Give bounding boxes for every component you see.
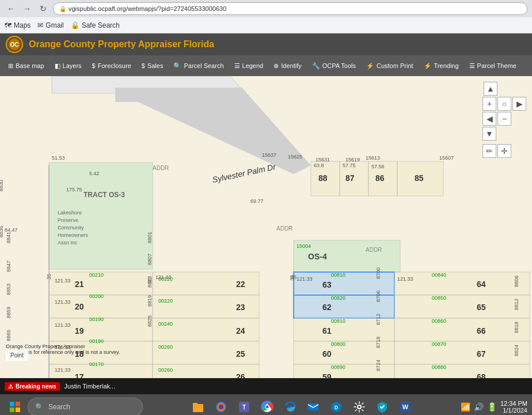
svg-text:62: 62 bbox=[322, 303, 332, 312]
trending-button[interactable]: ⚡ Trending bbox=[419, 58, 463, 74]
svg-text:85: 85 bbox=[415, 173, 424, 183]
svg-text:19: 19 bbox=[75, 326, 84, 335]
taskbar-security[interactable] bbox=[372, 397, 393, 415]
parcel-search-button[interactable]: 🔍 Parcel Search bbox=[169, 58, 228, 74]
svg-text:W: W bbox=[402, 403, 409, 410]
taskbar-search-icon: 🔍 bbox=[35, 403, 44, 411]
taskbar-search[interactable]: 🔍 Search bbox=[28, 398, 143, 415]
network-icon[interactable]: 📶 bbox=[461, 402, 470, 412]
svg-text:TRACT OS-3: TRACT OS-3 bbox=[83, 191, 125, 199]
svg-text:Homeowners: Homeowners bbox=[58, 232, 89, 238]
identify-icon: ⊕ bbox=[273, 62, 279, 70]
foreclosure-icon: $ bbox=[92, 62, 96, 69]
basemap-button[interactable]: ⊞ Base map bbox=[3, 58, 49, 74]
taskbar-firefox[interactable] bbox=[211, 397, 231, 415]
back-button[interactable]: ← bbox=[5, 2, 17, 15]
map-svg: Sylvester Palm Dr 21 121.33 00210 35 20 … bbox=[0, 76, 532, 378]
svg-text:OS-4: OS-4 bbox=[308, 252, 327, 261]
svg-text:60: 60 bbox=[322, 349, 332, 359]
bookmark-gmail[interactable]: ✉ Gmail bbox=[37, 21, 63, 29]
zoom-out-button[interactable]: − bbox=[497, 112, 511, 126]
svg-text:121.33: 121.33 bbox=[55, 299, 71, 305]
taskbar-word[interactable]: W bbox=[395, 397, 416, 415]
foreclosure-button[interactable]: $ Foreclosure bbox=[88, 58, 136, 74]
svg-text:26: 26 bbox=[236, 372, 245, 378]
zoom-in-button[interactable]: + bbox=[482, 97, 496, 111]
parcel-theme-button[interactable]: ☰ Parcel Theme bbox=[465, 58, 521, 74]
svg-text:8706: 8706 bbox=[375, 290, 381, 302]
taskbar-chrome[interactable] bbox=[257, 397, 278, 415]
svg-text:87: 87 bbox=[345, 173, 355, 183]
pan-up-button[interactable]: ▲ bbox=[484, 82, 497, 96]
svg-text:21: 21 bbox=[75, 280, 84, 289]
taskbar-clock[interactable]: 12:34 PM 1/1/2024 bbox=[500, 400, 527, 414]
svg-text:8806: 8806 bbox=[514, 276, 519, 287]
copyright-line1: Orange County Property Appraiser bbox=[6, 344, 120, 349]
browser-nav-bar: ← → ↻ 🔒 vgispublic.ocpafl.org/webmapjs/?… bbox=[0, 0, 532, 17]
svg-text:64: 64 bbox=[477, 280, 486, 289]
identify-button[interactable]: ⊕ Identify bbox=[269, 58, 306, 74]
svg-point-191 bbox=[265, 406, 268, 409]
bookmark-safesearch[interactable]: 🔒 Safe Search bbox=[71, 21, 120, 29]
volume-icon[interactable]: 🔊 bbox=[474, 402, 484, 412]
legend-icon: ☰ bbox=[234, 62, 240, 70]
svg-text:00200: 00200 bbox=[89, 293, 104, 299]
svg-text:T: T bbox=[242, 404, 246, 410]
svg-text:51.53: 51.53 bbox=[52, 155, 65, 161]
map-container[interactable]: Sylvester Palm Dr 21 121.33 00210 35 20 … bbox=[0, 76, 532, 378]
forward-button[interactable]: → bbox=[21, 2, 33, 15]
svg-text:00890: 00890 bbox=[331, 364, 345, 370]
svg-text:86: 86 bbox=[375, 173, 385, 183]
app-header: OC Orange County Property Appraiser Flor… bbox=[0, 33, 532, 55]
bookmark-maps[interactable]: 🗺 Maps bbox=[5, 21, 31, 29]
ocpa-tools-button[interactable]: 🔧 OCPA Tools bbox=[307, 58, 360, 74]
svg-text:8825: 8825 bbox=[147, 315, 153, 327]
svg-rect-183 bbox=[193, 403, 197, 405]
crosshair-button[interactable]: ✛ bbox=[497, 144, 511, 158]
address-bar[interactable]: 🔒 vgispublic.ocpafl.org/webmapjs/?pid=27… bbox=[53, 2, 527, 15]
svg-text:00870: 00870 bbox=[432, 341, 446, 347]
taskbar-file-explorer[interactable] bbox=[188, 397, 208, 415]
svg-rect-182 bbox=[193, 404, 203, 412]
svg-text:59: 59 bbox=[322, 372, 332, 378]
layers-button[interactable]: ◧ Layers bbox=[50, 58, 86, 74]
taskbar-settings[interactable] bbox=[349, 397, 370, 415]
pan-center-button[interactable]: ○ bbox=[497, 97, 511, 111]
pan-down-button[interactable]: ▼ bbox=[482, 127, 496, 141]
custom-print-button[interactable]: ⚡ Custom Print bbox=[362, 58, 418, 74]
svg-text:8813: 8813 bbox=[147, 276, 153, 288]
battery-icon[interactable]: 🔋 bbox=[487, 402, 497, 412]
windows-start-button[interactable] bbox=[5, 397, 25, 415]
taskbar-outlook[interactable] bbox=[303, 397, 324, 415]
svg-text:67: 67 bbox=[477, 349, 486, 359]
refresh-button[interactable]: ↻ bbox=[37, 2, 50, 15]
taskbar-dell[interactable]: D bbox=[326, 397, 347, 415]
svg-text:63: 63 bbox=[322, 280, 332, 289]
svg-text:8812: 8812 bbox=[514, 299, 519, 310]
toolbar: ⊞ Base map ◧ Layers $ Foreclosure $ Sale… bbox=[0, 55, 532, 76]
svg-text:8847: 8847 bbox=[6, 261, 12, 272]
safesearch-icon: 🔒 bbox=[71, 21, 79, 29]
svg-text:84.47: 84.47 bbox=[5, 227, 18, 233]
svg-text:25: 25 bbox=[236, 349, 245, 359]
svg-rect-122 bbox=[394, 272, 530, 295]
taskbar-teams[interactable]: T bbox=[234, 397, 254, 415]
taskbar-time-text: 12:34 PM bbox=[500, 400, 527, 407]
sales-button[interactable]: $ Sales bbox=[137, 58, 168, 74]
svg-rect-178 bbox=[10, 402, 14, 406]
point-indicator: Point bbox=[6, 350, 28, 361]
svg-rect-129 bbox=[394, 318, 530, 341]
svg-text:57.75: 57.75 bbox=[343, 163, 356, 168]
pan-right-button[interactable]: ▶ bbox=[512, 97, 526, 111]
svg-rect-181 bbox=[16, 408, 20, 412]
taskbar-edge[interactable] bbox=[280, 397, 301, 415]
custom-print-icon: ⚡ bbox=[366, 62, 374, 70]
svg-text:00800: 00800 bbox=[331, 341, 345, 347]
pencil-button[interactable]: ✏ bbox=[482, 144, 496, 158]
svg-text:57.56: 57.56 bbox=[371, 164, 385, 169]
svg-text:66: 66 bbox=[477, 326, 486, 335]
svg-text:15607: 15607 bbox=[439, 155, 454, 161]
svg-text:OC: OC bbox=[10, 42, 19, 48]
legend-button[interactable]: ☰ Legend bbox=[230, 58, 268, 74]
pan-left-button[interactable]: ◀ bbox=[482, 112, 496, 126]
